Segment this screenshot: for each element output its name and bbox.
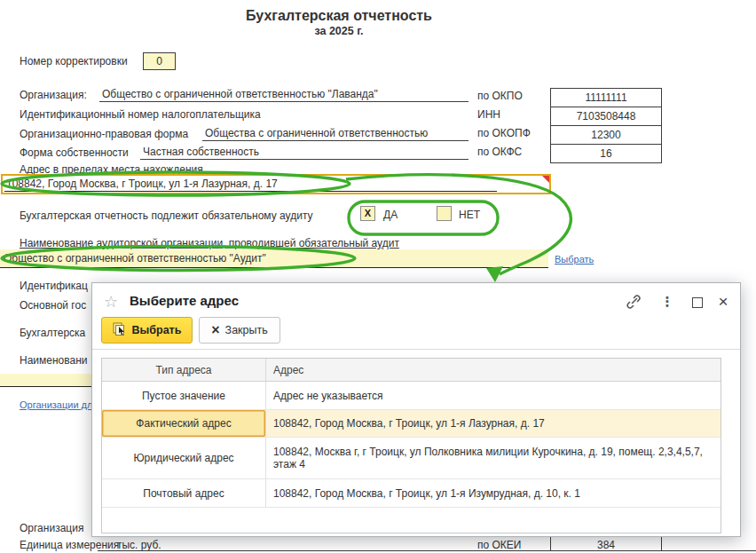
select-icon xyxy=(113,322,127,338)
truncated-line: Основной гос xyxy=(20,299,86,312)
audit-yes-label: ДА xyxy=(383,209,398,221)
cell-address-type: Юридический адрес xyxy=(102,438,266,478)
organizations-link[interactable]: Организации дл xyxy=(20,399,92,410)
close-button-label: Закрыть xyxy=(225,324,268,336)
cell-address: 108842, Москва г, г Троицк, ул Полковник… xyxy=(266,438,721,478)
cell-address-type: Почтовый адрес xyxy=(102,479,266,507)
dialog-title: Выберите адрес xyxy=(130,293,239,308)
audit-label: Бухгалтерская отчетность подлежит обязат… xyxy=(20,209,313,222)
more-menu-icon[interactable]: ⋮ xyxy=(658,294,676,312)
audit-yes-checkbox[interactable]: X xyxy=(360,206,375,221)
table-row[interactable]: Пустое значение Адрес не указывается xyxy=(102,382,721,410)
close-button[interactable]: × Закрыть xyxy=(199,317,280,344)
legal-form-label: Организационно-правовая форма xyxy=(20,128,188,140)
inn-label: Идентификационный номер налогоплательщик… xyxy=(20,108,261,121)
inn-code-label: ИНН xyxy=(477,108,500,121)
audit-no-label: НЕТ xyxy=(459,209,480,221)
cell-address: 108842, Город Москва, г Троицк, ул 1-я Л… xyxy=(266,410,721,437)
truncated-line: Бухгалтерска xyxy=(20,327,85,339)
truncated-line: Идентификац xyxy=(20,280,88,292)
close-button-x-icon: × xyxy=(211,324,219,336)
maximize-icon[interactable] xyxy=(689,294,706,312)
legal-form-value[interactable]: Общества с ограниченной ответственностью xyxy=(202,127,469,141)
okfs-label: по ОКФС xyxy=(477,146,522,158)
inn-value[interactable]: 7103508448 xyxy=(550,107,662,126)
address-table: Тип адреса Адрес Пустое значение Адрес н… xyxy=(101,358,721,533)
unit-label: Единица измерения xyxy=(20,539,119,551)
organization-value[interactable]: Общество с ограниченной ответственностью… xyxy=(99,88,469,102)
ownership-label: Форма собственности xyxy=(20,146,129,159)
select-button[interactable]: Выбрать xyxy=(101,317,193,344)
okopf-label: по ОКОПФ xyxy=(477,127,531,139)
correction-label: Номер корректировки xyxy=(20,55,128,67)
okopf-value[interactable]: 12300 xyxy=(550,125,662,145)
truncated-line: Наименовани xyxy=(20,354,88,367)
table-row[interactable]: Юридический адрес 108842, Москва г, г Тр… xyxy=(102,438,721,479)
cell-address-type: Фактический адрес xyxy=(102,410,266,437)
select-address-dialog: ☆ Выберите адрес ⋮ × Выбрать xyxy=(91,282,741,537)
close-icon[interactable]: × xyxy=(714,294,732,312)
okfs-value[interactable]: 16 xyxy=(550,144,662,163)
select-button-label: Выбрать xyxy=(132,324,182,336)
table-row[interactable]: Почтовый адрес 108842, Город Москва, г Т… xyxy=(102,479,721,508)
ownership-value[interactable]: Частная собственность xyxy=(140,146,469,160)
report-form: Бухгалтерская отчетность за 2025 г. Номе… xyxy=(0,0,756,553)
error-corner-icon xyxy=(542,176,549,183)
header-address: Адрес xyxy=(266,359,721,381)
organization-label: Организация: xyxy=(20,89,87,101)
audit-no-checkbox[interactable] xyxy=(437,206,452,221)
annotation-arrowhead xyxy=(486,266,503,282)
favorite-star-icon[interactable]: ☆ xyxy=(104,292,118,311)
auditor-field[interactable]: Общество с ограниченной ответственностью… xyxy=(0,249,548,268)
cell-address: 108842, Город Москва, г Троицк, ул 1-я И… xyxy=(266,479,721,507)
cell-address-type: Пустое значение xyxy=(102,382,266,409)
unit-value[interactable]: тыс. руб. xyxy=(117,539,161,551)
header-address-type: Тип адреса xyxy=(102,359,266,381)
link-icon[interactable] xyxy=(625,294,642,312)
okpo-label: по ОКПО xyxy=(477,90,523,102)
okei-value[interactable]: 384 xyxy=(550,539,662,551)
address-underline xyxy=(4,191,497,192)
okpo-value[interactable]: 11111111 xyxy=(550,88,662,107)
bottom-organization-label: Организация xyxy=(20,522,83,534)
auditor-choose-link[interactable]: Выбрать xyxy=(555,254,594,265)
auditor-label: Наименование аудиторской организации, пр… xyxy=(20,237,399,249)
table-row-selected[interactable]: Фактический адрес 108842, Город Москва, … xyxy=(102,410,721,438)
truncated-yellow-field[interactable] xyxy=(0,374,98,387)
table-header-row: Тип адреса Адрес xyxy=(102,359,721,382)
page-subtitle: за 2025 г. xyxy=(0,25,678,37)
page-title: Бухгалтерская отчетность xyxy=(0,8,678,24)
address-field[interactable]: 108842, Город Москва, г Троицк, ул 1-я Л… xyxy=(1,174,551,194)
address-value: 108842, Город Москва, г Троицк, ул 1-я Л… xyxy=(6,178,278,190)
correction-number-field[interactable]: 0 xyxy=(143,52,176,70)
command-bar-separator xyxy=(92,349,740,350)
cell-address: Адрес не указывается xyxy=(266,382,721,409)
okei-label: по ОКЕИ xyxy=(477,539,521,551)
